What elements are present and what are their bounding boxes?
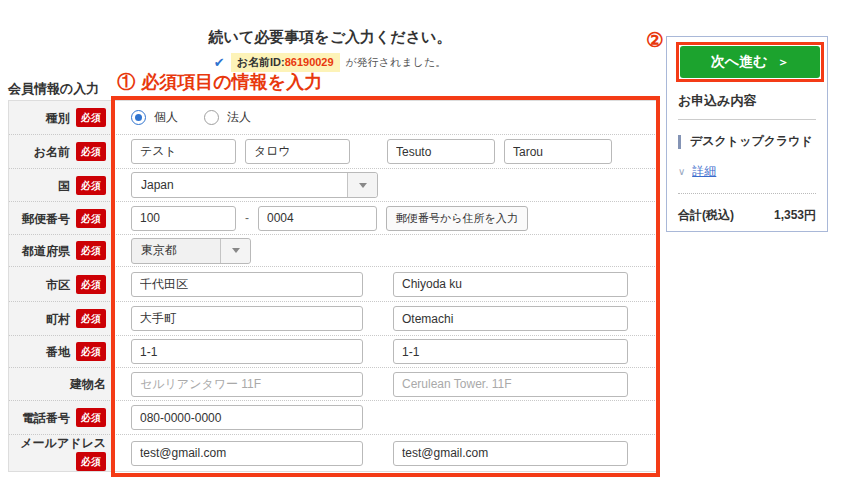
street-ja-input[interactable] [131,339,363,364]
phone-input[interactable] [131,405,363,430]
required-badge: 必須 [76,209,106,228]
town-ja-input[interactable] [131,306,363,331]
product-row: デスクトップクラウド [678,133,816,150]
row-type: 種別必須 個人 法人 [9,101,659,134]
row-postal: 郵便番号必須 - 郵便番号から住所を入力 [9,201,659,234]
zip-dash: - [245,211,249,225]
row-prefecture: 都道府県必須 東京都 [9,234,659,266]
town-label: 町村 [46,312,70,326]
issued-id-prefix: お名前ID: [237,56,285,68]
radio-corporate[interactable]: 法人 [204,109,251,126]
building-ja-input[interactable] [131,372,363,397]
annotation-step2: ② [646,28,664,52]
email-label: メールアドレス [20,436,106,450]
zip2-input[interactable] [258,206,377,231]
zip1-input[interactable] [131,206,236,231]
annotation-step1: ① 必須項目の情報を入力 [117,70,322,94]
phone-label: 電話番号 [22,411,70,425]
name-sei-romaji-input[interactable] [387,139,495,164]
row-building: 建物名 [9,367,659,400]
country-select[interactable]: Japan [131,172,378,198]
row-country: 国必須 Japan [9,168,659,201]
name-mei-romaji-input[interactable] [504,139,612,164]
city-label: 市区 [46,278,70,292]
issued-id-suffix: が発行されました。 [346,55,447,70]
chevron-down-icon: ∨ [678,166,685,177]
row-name: お名前必須 [9,134,659,168]
building-en-input[interactable] [393,372,628,397]
email-input-1[interactable] [131,441,363,466]
detail-link[interactable]: 詳細 [692,163,716,180]
required-badge: 必須 [76,176,106,195]
type-label: 種別 [46,111,70,125]
row-phone: 電話番号必須 [9,400,659,434]
required-badge: 必須 [76,408,106,427]
city-ja-input[interactable] [131,272,363,297]
issued-id-line: ✔ お名前ID:86190029 が発行されました。 [0,53,660,72]
building-label: 建物名 [70,377,106,391]
email-input-2[interactable] [393,441,628,466]
order-summary-body: お申込み内容 デスクトップクラウド ∨ 詳細 合計(税込) 1,353円 [678,92,816,224]
radio-individual-circle[interactable] [131,110,146,125]
city-en-input[interactable] [393,272,628,297]
prefecture-select[interactable]: 東京都 [131,238,251,264]
row-street: 番地必須 [9,335,659,367]
postal-label: 郵便番号 [22,212,70,226]
street-label: 番地 [46,345,70,359]
name-sei-kana-input[interactable] [131,139,236,164]
section-title: 会員情報の入力 [8,80,99,98]
total-row: 合計(税込) 1,353円 [678,207,816,224]
row-email: メールアドレス必須 [9,434,659,471]
chevron-down-icon[interactable] [347,173,377,197]
total-value: 1,353円 [774,207,816,224]
product-name: デスクトップクラウド [690,133,813,150]
row-city: 市区必須 [9,266,659,301]
required-badge: 必須 [76,108,106,127]
name-mei-kana-input[interactable] [245,139,350,164]
country-label: 国 [58,179,70,193]
page-title: 続いて必要事項をご入力ください。 [0,28,660,47]
prefecture-label: 都道府県 [22,244,70,258]
required-badge: 必須 [76,241,106,260]
radio-individual[interactable]: 個人 [131,109,178,126]
name-label: お名前 [34,145,70,159]
required-badge: 必須 [76,309,106,328]
annotation-next-frame [676,42,824,82]
row-town: 町村必須 [9,301,659,335]
detail-row: ∨ 詳細 [678,163,816,194]
issued-id-value: 86190029 [285,56,334,68]
total-label: 合計(税込) [678,207,734,224]
required-badge: 必須 [76,142,106,161]
required-badge: 必須 [76,342,106,361]
radio-corporate-circle[interactable] [204,110,219,125]
required-badge: 必須 [76,452,106,471]
required-badge: 必須 [76,275,106,294]
order-summary-title: お申込み内容 [678,92,816,120]
chevron-down-icon[interactable] [220,239,250,263]
town-en-input[interactable] [393,306,628,331]
check-icon: ✔ [214,55,225,70]
zip-lookup-button[interactable]: 郵便番号から住所を入力 [386,206,528,231]
street-en-input[interactable] [393,339,628,364]
member-info-form: 種別必須 個人 法人 お名前必須 国必須 Japan 郵便番号必須 [8,100,660,472]
product-bar [678,135,681,149]
